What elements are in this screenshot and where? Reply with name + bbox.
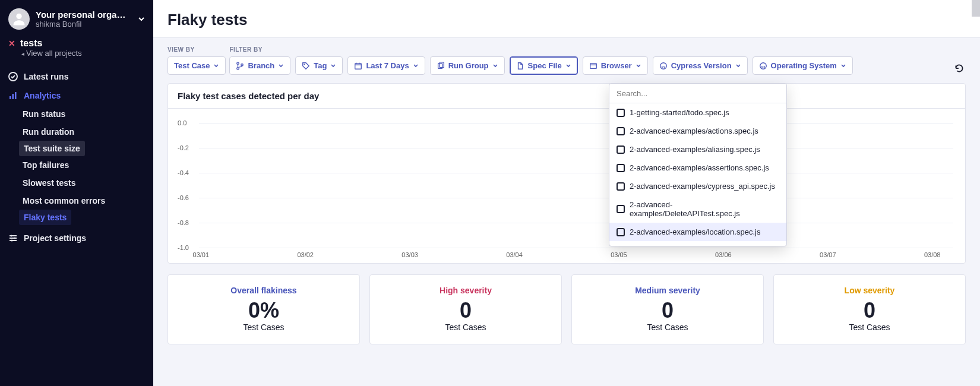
view-all-projects-link[interactable]: View all projects — [21, 49, 145, 58]
reload-button[interactable] — [953, 62, 966, 75]
sub-most-common-errors[interactable]: Most common errors — [0, 192, 153, 210]
chevron-down-icon — [840, 63, 846, 69]
org-name: Your personal orga… — [36, 10, 131, 20]
dropdown-option[interactable]: 2-advanced-examples/aliasing.spec.js — [609, 140, 786, 159]
filter-tag[interactable]: Tag — [295, 56, 343, 75]
dropdown-option[interactable]: 2-advanced-examples/navigation.spec.js — [609, 241, 786, 246]
dropdown-option-label: 2-advanced-examples/cypress_api.spec.js — [630, 182, 775, 191]
x-tick-label: 03/05 — [611, 251, 627, 269]
chart-card: Flaky test cases detected per day 0.0-0.… — [167, 83, 966, 264]
summary-value: 0 — [781, 299, 958, 322]
svg-rect-2 — [10, 96, 11, 99]
dropdown-option-label: 2-advanced-examples/actions.spec.js — [630, 126, 758, 135]
sub-flaky-tests[interactable]: Flaky tests — [19, 210, 71, 225]
view-by-pill[interactable]: Test Case — [167, 56, 226, 75]
gridline — [199, 148, 953, 148]
dropdown-option[interactable]: 2-advanced-examples/cypress_api.spec.js — [609, 177, 786, 195]
bar-chart-icon — [8, 91, 18, 100]
dropdown-list[interactable]: 1-getting-started/todo.spec.js2-advanced… — [609, 103, 786, 246]
summary-value: 0% — [175, 299, 352, 322]
sub-test-suite-size[interactable]: Test suite size — [19, 141, 85, 156]
x-tick-label: 03/07 — [820, 251, 836, 269]
nav-label: Project settings — [24, 233, 86, 243]
summary-low: Low severity 0 Test Cases — [773, 274, 966, 344]
main: Flaky tests VIEW BY Test Case FILTER BY — [153, 0, 980, 386]
svg-point-9 — [237, 67, 239, 69]
nav-project-settings[interactable]: Project settings — [0, 229, 153, 248]
gridline — [199, 223, 953, 223]
sub-run-duration[interactable]: Run duration — [0, 123, 153, 141]
dropdown-option-label: 2-advanced-examples/DeleteAPITest.spec.j… — [630, 200, 779, 218]
x-tick-label: 03/08 — [924, 251, 941, 269]
chart-area: 0.0-0.2-0.4-0.6-0.8-1.003/0103/0203/0303… — [178, 121, 956, 257]
pill-label: Spec File — [528, 61, 562, 70]
checkbox-icon — [617, 145, 625, 154]
dropdown-option[interactable]: 1-getting-started/todo.spec.js — [609, 103, 786, 122]
summary-title: Overall flakiness — [175, 286, 352, 295]
sub-run-status[interactable]: Run status — [0, 105, 153, 123]
y-tick-label: -0.6 — [178, 194, 189, 201]
cypress-icon: cy — [659, 62, 668, 70]
dropdown-option[interactable]: 2-advanced-examples/DeleteAPITest.spec.j… — [609, 195, 786, 223]
dropdown-option-label: 2-advanced-examples/aliasing.spec.js — [630, 145, 760, 154]
dropdown-option[interactable]: 2-advanced-examples/actions.spec.js — [609, 122, 786, 140]
content: VIEW BY Test Case FILTER BY Branch — [153, 38, 980, 386]
dropdown-option-label: 2-advanced-examples/location.spec.js — [630, 227, 760, 236]
checkbox-icon — [617, 205, 625, 213]
chevron-down-icon — [278, 63, 284, 69]
page-title: Flaky tests — [167, 11, 966, 29]
summary-title: High severity — [377, 286, 554, 295]
filter-cypress-version[interactable]: cy Cypress Version — [653, 56, 748, 75]
y-tick-label: 0.0 — [178, 119, 186, 126]
filter-browser[interactable]: Browser — [583, 56, 648, 75]
spec-file-dropdown: 1-getting-started/todo.spec.js2-advanced… — [609, 83, 787, 246]
sub-slowest-tests[interactable]: Slowest tests — [0, 174, 153, 192]
summary-value: 0 — [377, 299, 554, 322]
project-header: ✕ tests View all projects — [0, 36, 153, 64]
x-tick-label: 03/03 — [402, 251, 418, 269]
org-user: shikma Bonfil — [36, 20, 131, 29]
summary-subtitle: Test Cases — [377, 322, 554, 332]
org-switcher[interactable]: Your personal orga… shikma Bonfil — [0, 0, 153, 36]
filter-run-group[interactable]: Run Group — [430, 56, 505, 75]
check-circle-icon — [8, 72, 18, 81]
checkbox-icon — [617, 164, 625, 172]
y-tick-label: -0.4 — [178, 169, 189, 176]
chevron-down-icon — [636, 63, 641, 69]
os-icon: os — [759, 62, 767, 70]
summary-medium: Medium severity 0 Test Cases — [571, 274, 764, 344]
svg-rect-15 — [590, 63, 596, 68]
dropdown-option[interactable]: 2-advanced-examples/assertions.spec.js — [609, 159, 786, 177]
chart-title: Flaky test cases detected per day — [168, 84, 965, 109]
svg-point-10 — [241, 64, 244, 66]
view-by-label: VIEW BY — [167, 46, 226, 53]
x-tick-label: 03/04 — [506, 251, 523, 269]
dropdown-option-label: 1-getting-started/todo.spec.js — [630, 108, 729, 117]
dropdown-search-wrap — [609, 84, 786, 103]
dropdown-option[interactable]: 2-advanced-examples/location.spec.js — [609, 223, 786, 241]
summary-title: Medium severity — [579, 286, 756, 295]
scrollbar[interactable] — [972, 0, 980, 17]
filter-spec-file[interactable]: Spec File — [510, 56, 578, 75]
nav-latest-runs[interactable]: Latest runs — [0, 67, 153, 86]
filter-time[interactable]: Last 7 Days — [347, 56, 425, 75]
nav: Latest runs Analytics Run status Run dur… — [0, 64, 153, 251]
nav-analytics[interactable]: Analytics — [0, 86, 153, 105]
pill-label: Operating System — [771, 61, 837, 70]
svg-text:cy: cy — [661, 64, 665, 68]
svg-text:os: os — [761, 64, 765, 68]
summary-high: High severity 0 Test Cases — [369, 274, 562, 344]
filter-os[interactable]: os Operating System — [753, 56, 853, 75]
x-tick-label: 03/06 — [715, 251, 732, 269]
filter-row: VIEW BY Test Case FILTER BY Branch — [167, 46, 966, 75]
browser-icon — [589, 62, 598, 70]
sub-top-failures[interactable]: Top failures — [0, 156, 153, 174]
y-tick-label: -1.0 — [178, 244, 189, 251]
pill-label: Branch — [248, 61, 274, 70]
svg-rect-4 — [15, 92, 17, 99]
y-tick-label: -0.2 — [178, 144, 189, 151]
filter-branch[interactable]: Branch — [229, 56, 290, 75]
dropdown-search-input[interactable] — [617, 89, 779, 98]
filter-by-group: FILTER BY Branch Tag Last 7 Days — [229, 46, 852, 75]
pill-label: Browser — [601, 61, 632, 70]
